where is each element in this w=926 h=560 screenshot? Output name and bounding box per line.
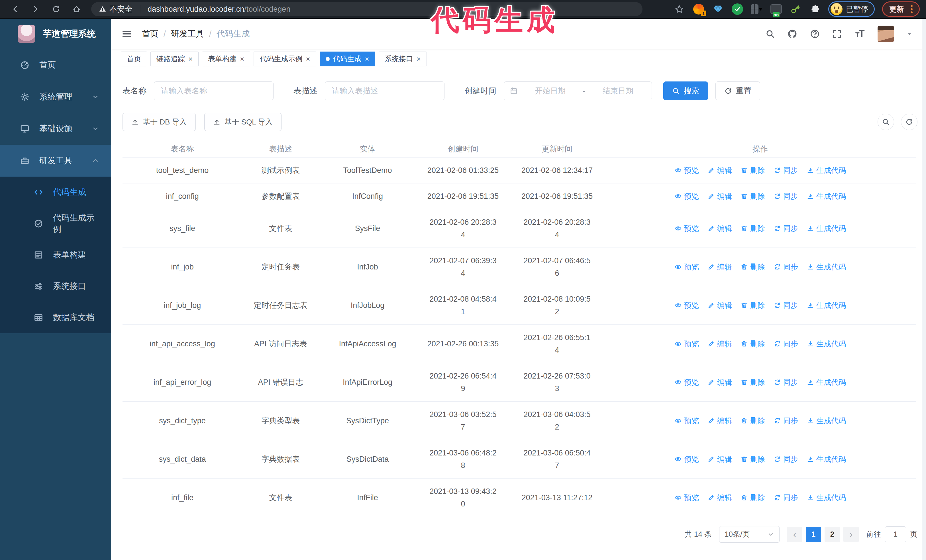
generate-code-link[interactable]: 生成代码	[806, 414, 846, 427]
edit-link[interactable]: 编辑	[707, 190, 732, 202]
preview-link[interactable]: 预览	[675, 299, 699, 312]
delete-link[interactable]: 删除	[740, 491, 765, 504]
delete-link[interactable]: 删除	[740, 190, 765, 202]
tab-close-icon[interactable]: ×	[306, 55, 310, 63]
delete-link[interactable]: 删除	[740, 414, 765, 427]
tab-close-icon[interactable]: ×	[240, 55, 244, 63]
bookmark-star-icon[interactable]	[673, 3, 685, 15]
extension-orange-icon[interactable]: 1	[693, 3, 705, 15]
refresh-table-button[interactable]	[901, 114, 917, 130]
page-size-select[interactable]: 10条/页	[719, 526, 779, 543]
date-range-input[interactable]: 开始日期 - 结束日期	[504, 82, 652, 100]
user-avatar[interactable]	[878, 26, 894, 42]
preview-link[interactable]: 预览	[675, 190, 699, 202]
browser-update-button[interactable]: 更新	[882, 2, 920, 17]
sync-link[interactable]: 同步	[773, 453, 798, 465]
tab-close-icon[interactable]: ×	[416, 55, 421, 63]
edit-link[interactable]: 编辑	[707, 222, 732, 235]
sync-link[interactable]: 同步	[773, 491, 798, 504]
fullscreen-icon[interactable]	[832, 29, 842, 39]
breadcrumb-item[interactable]: 研发工具	[171, 28, 204, 39]
avatar-caret-down-icon[interactable]	[906, 30, 913, 37]
edit-link[interactable]: 编辑	[707, 338, 732, 350]
sidebar-subitem-form-build[interactable]: 表单构建	[0, 239, 111, 270]
edit-link[interactable]: 编辑	[707, 299, 732, 312]
preview-link[interactable]: 预览	[675, 222, 699, 235]
sync-link[interactable]: 同步	[773, 222, 798, 235]
header-search-icon[interactable]	[765, 29, 775, 39]
generate-code-link[interactable]: 生成代码	[806, 491, 846, 504]
tab-close-icon[interactable]: ×	[365, 55, 369, 63]
prev-page-button[interactable]: ‹	[787, 527, 802, 542]
tab-2[interactable]: 表单构建×	[202, 51, 250, 66]
security-chip[interactable]: 不安全	[98, 4, 133, 14]
generate-code-link[interactable]: 生成代码	[806, 261, 846, 273]
reset-button[interactable]: 重置	[716, 82, 760, 100]
table-desc-input[interactable]	[325, 82, 445, 100]
extension-grid-icon[interactable]	[751, 3, 763, 15]
next-page-button[interactable]: ›	[843, 527, 859, 542]
generate-code-link[interactable]: 生成代码	[806, 338, 846, 350]
preview-link[interactable]: 预览	[675, 338, 699, 350]
delete-link[interactable]: 删除	[740, 222, 765, 235]
preview-link[interactable]: 预览	[675, 164, 699, 177]
sql-import-button[interactable]: 基于 SQL 导入	[204, 113, 282, 131]
browser-home-button[interactable]	[68, 2, 85, 17]
github-icon[interactable]	[787, 29, 798, 39]
sidebar-subitem-codegen-example[interactable]: 代码生成示例	[0, 208, 111, 239]
browser-menu-icon[interactable]	[909, 4, 914, 14]
preview-link[interactable]: 预览	[675, 453, 699, 465]
sidebar-subitem-system-api[interactable]: 系统接口	[0, 270, 111, 302]
delete-link[interactable]: 删除	[740, 261, 765, 273]
db-import-button[interactable]: 基于 DB 导入	[123, 113, 196, 131]
sidebar-item-infra[interactable]: 基础设施	[0, 113, 111, 145]
extension-key-icon[interactable]	[790, 3, 802, 15]
tab-3[interactable]: 代码生成示例×	[254, 51, 316, 66]
font-size-icon[interactable]	[854, 28, 865, 39]
edit-link[interactable]: 编辑	[707, 164, 732, 177]
sync-link[interactable]: 同步	[773, 164, 798, 177]
scrollbar[interactable]	[922, 19, 926, 560]
edit-link[interactable]: 编辑	[707, 376, 732, 388]
toggle-search-button[interactable]	[878, 114, 894, 130]
preview-link[interactable]: 预览	[675, 376, 699, 388]
extension-onoff-icon[interactable]: on	[770, 3, 782, 15]
browser-back-button[interactable]	[6, 2, 24, 17]
preview-link[interactable]: 预览	[675, 414, 699, 427]
sync-link[interactable]: 同步	[773, 414, 798, 427]
extension-gem-icon[interactable]	[712, 3, 724, 15]
generate-code-link[interactable]: 生成代码	[806, 453, 846, 465]
sync-link[interactable]: 同步	[773, 376, 798, 388]
sidebar-item-system[interactable]: 系统管理	[0, 81, 111, 113]
breadcrumb-item[interactable]: 首页	[142, 28, 159, 39]
browser-profile-chip[interactable]: 已暂停	[828, 2, 875, 17]
sync-link[interactable]: 同步	[773, 190, 798, 202]
sync-link[interactable]: 同步	[773, 299, 798, 312]
search-button[interactable]: 搜索	[663, 82, 708, 100]
tab-1[interactable]: 链路追踪×	[150, 51, 198, 66]
tab-0[interactable]: 首页	[121, 51, 147, 66]
generate-code-link[interactable]: 生成代码	[806, 164, 846, 177]
sidebar-subitem-codegen[interactable]: 代码生成	[0, 177, 111, 208]
address-bar[interactable]: 不安全 dashboard.yudao.iocoder.cn/tool/code…	[91, 2, 643, 16]
delete-link[interactable]: 删除	[740, 453, 765, 465]
preview-link[interactable]: 预览	[675, 261, 699, 273]
sidebar-item-devtools[interactable]: 研发工具	[0, 145, 111, 177]
delete-link[interactable]: 删除	[740, 164, 765, 177]
browser-forward-button[interactable]	[27, 2, 44, 17]
browser-reload-button[interactable]	[47, 2, 65, 17]
sidebar-logo[interactable]: 芋道管理系统	[0, 19, 111, 49]
edit-link[interactable]: 编辑	[707, 261, 732, 273]
delete-link[interactable]: 删除	[740, 338, 765, 350]
sync-link[interactable]: 同步	[773, 338, 798, 350]
generate-code-link[interactable]: 生成代码	[806, 299, 846, 312]
generate-code-link[interactable]: 生成代码	[806, 376, 846, 388]
generate-code-link[interactable]: 生成代码	[806, 190, 846, 202]
tab-5[interactable]: 系统接口×	[379, 51, 427, 66]
sidebar-subitem-db-doc[interactable]: 数据库文档	[0, 302, 111, 333]
extension-puzzle-icon[interactable]	[809, 3, 821, 15]
page-button-2[interactable]: 2	[825, 527, 840, 542]
delete-link[interactable]: 删除	[740, 376, 765, 388]
hamburger-icon[interactable]	[121, 29, 132, 39]
tab-close-icon[interactable]: ×	[188, 55, 193, 63]
